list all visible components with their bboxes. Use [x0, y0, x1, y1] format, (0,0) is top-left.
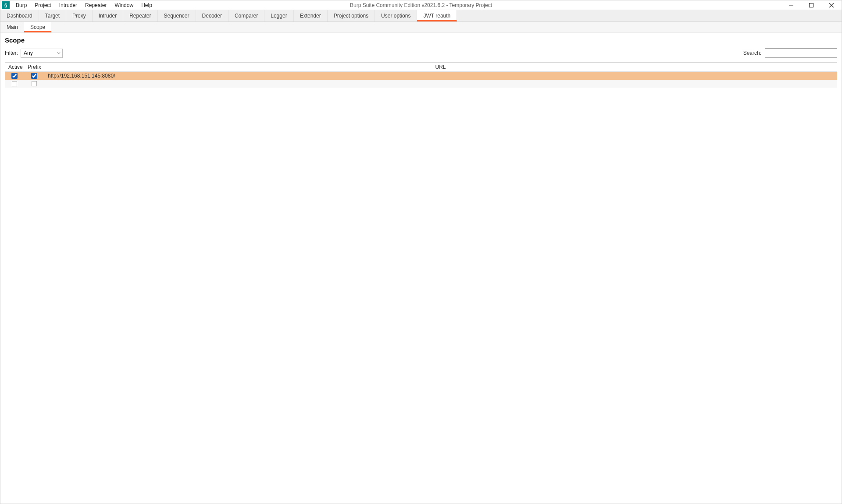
- tab-extender[interactable]: Extender: [294, 10, 328, 21]
- tab-jwt-reauth[interactable]: JWT reauth: [417, 10, 457, 21]
- filter-value: Any: [24, 50, 33, 56]
- svg-rect-1: [810, 3, 813, 7]
- table-row[interactable]: http://192.168.151.145:8080/: [5, 72, 837, 80]
- maximize-icon: [809, 3, 813, 7]
- close-icon: [829, 3, 834, 7]
- filter-label: Filter:: [5, 50, 18, 56]
- tab-user-options[interactable]: User options: [375, 10, 417, 21]
- tab-logger[interactable]: Logger: [264, 10, 293, 21]
- column-header-active[interactable]: Active: [5, 63, 24, 71]
- menubar: Burp Project Intruder Repeater Window He…: [12, 1, 156, 9]
- search-label: Search:: [743, 50, 761, 56]
- active-checkbox[interactable]: [12, 81, 17, 86]
- column-header-prefix[interactable]: Prefix: [24, 63, 44, 71]
- close-button[interactable]: [821, 0, 842, 10]
- scope-table: Active Prefix URL http://192.168.151.145…: [5, 62, 837, 88]
- minimize-icon: [789, 3, 793, 7]
- tab-comparer[interactable]: Comparer: [228, 10, 264, 21]
- tab-project-options[interactable]: Project options: [328, 10, 375, 21]
- app-icon-glyph: §: [4, 3, 7, 8]
- tab-intruder[interactable]: Intruder: [93, 10, 123, 21]
- menu-help[interactable]: Help: [137, 1, 156, 9]
- menu-project[interactable]: Project: [31, 1, 55, 9]
- search-input[interactable]: [765, 48, 837, 58]
- prefix-checkbox[interactable]: [32, 81, 37, 86]
- minimize-button[interactable]: [781, 0, 801, 10]
- table-row[interactable]: [5, 80, 837, 88]
- main-tabs: Dashboard Target Proxy Intruder Repeater…: [0, 10, 842, 22]
- menu-repeater[interactable]: Repeater: [81, 1, 111, 9]
- app-icon: §: [2, 1, 10, 9]
- url-cell: http://192.168.151.145:8080/: [44, 73, 837, 79]
- menu-window[interactable]: Window: [111, 1, 137, 9]
- chevron-down-icon: [57, 51, 61, 55]
- filter-select[interactable]: Any: [21, 49, 63, 58]
- tab-proxy[interactable]: Proxy: [66, 10, 93, 21]
- tab-repeater[interactable]: Repeater: [123, 10, 157, 21]
- tab-dashboard[interactable]: Dashboard: [0, 10, 39, 21]
- sub-tab-main[interactable]: Main: [0, 22, 24, 32]
- prefix-checkbox[interactable]: [31, 73, 37, 79]
- tab-decoder[interactable]: Decoder: [196, 10, 228, 21]
- tab-sequencer[interactable]: Sequencer: [158, 10, 196, 21]
- menu-intruder[interactable]: Intruder: [55, 1, 81, 9]
- window-title: Burp Suite Community Edition v2021.6.2 -…: [350, 2, 492, 8]
- page-title: Scope: [5, 36, 837, 44]
- menu-burp[interactable]: Burp: [12, 1, 31, 9]
- tab-target[interactable]: Target: [39, 10, 66, 21]
- sub-tabs: Main Scope: [0, 22, 842, 33]
- active-checkbox[interactable]: [11, 73, 18, 79]
- column-header-url[interactable]: URL: [44, 63, 837, 71]
- sub-tab-scope[interactable]: Scope: [24, 22, 51, 32]
- maximize-button[interactable]: [801, 0, 821, 10]
